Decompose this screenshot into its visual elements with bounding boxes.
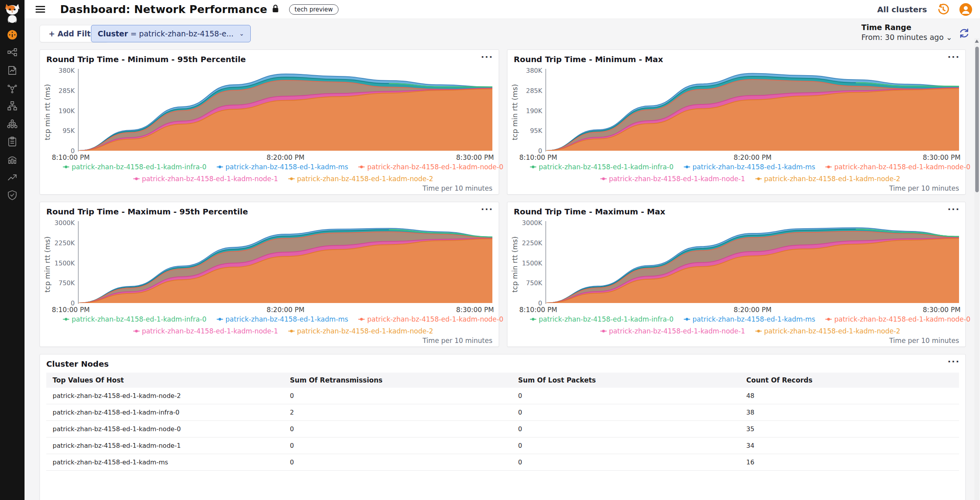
legend-label: patrick-zhan-bz-4158-ed-1-kadm-node-0 [367,315,503,323]
legend-item[interactable]: patrick-zhan-bz-4158-ed-1-kadm-ms [684,163,815,171]
history-icon[interactable] [937,4,949,15]
table-cell: 16 [740,454,959,471]
table-row[interactable]: patrick-zhan-bz-4158-ed-1-kadm-node-1003… [46,438,959,454]
user-avatar[interactable] [959,3,972,16]
panel-title: Cluster Nodes [46,359,109,369]
table-column-header: Top Values Of Host [46,373,284,388]
x-tick-label: 8:30:00 PM [923,153,961,161]
legend-item[interactable]: patrick-zhan-bz-4158-ed-1-kadm-node-2 [288,175,433,183]
table-row[interactable]: patrick-zhan-bz-4158-ed-1-kadm-node-2004… [46,388,959,404]
legend-item[interactable]: patrick-zhan-bz-4158-ed-1-kadm-node-0 [358,163,503,171]
legend-label: patrick-zhan-bz-4158-ed-1-kadm-infra-0 [539,315,674,323]
y-tick-label: 380K [50,67,75,74]
x-tick-label: 8:20:00 PM [734,153,772,161]
x-tick-label: 8:30:00 PM [456,153,494,161]
table-cell: 0 [512,421,740,438]
legend-item[interactable]: patrick-zhan-bz-4158-ed-1-kadm-infra-0 [530,315,674,323]
table-header-row: Top Values Of HostSum Of Retransmissions… [46,373,959,388]
chart-plot-area[interactable] [79,70,492,151]
panel-title: Round Trip Time - Maximum - Max [514,207,665,216]
legend-marker-icon [530,317,536,322]
legend-item[interactable]: patrick-zhan-bz-4158-ed-1-kadm-ms [684,315,815,323]
chart-footer: Time per 10 minutes [889,184,959,192]
time-range-from[interactable]: From: 30 minutes ago ⌄ [861,33,952,42]
clipboard-icon[interactable] [7,136,18,147]
panel-options-icon[interactable]: ... [481,50,493,60]
scroll-up-arrow-icon[interactable] [975,40,979,43]
panel-options-icon[interactable]: ... [948,354,960,364]
legend-item[interactable]: patrick-zhan-bz-4158-ed-1-kadm-infra-0 [530,163,674,171]
y-tick-label: 285K [518,87,542,94]
table-cell: 35 [740,421,959,438]
legend-label: patrick-zhan-bz-4158-ed-1-kadm-node-0 [367,163,503,171]
x-tick-label: 8:20:00 PM [267,306,305,314]
table-row[interactable]: patrick-zhan-bz-4158-ed-1-kadm-node-0003… [46,421,959,438]
table-cell: 0 [512,388,740,404]
legend-item[interactable]: patrick-zhan-bz-4158-ed-1-kadm-ms [217,163,348,171]
trend-icon[interactable] [7,172,18,183]
legend-marker-icon [684,317,690,322]
y-tick-label: 380K [518,67,542,74]
legend-item[interactable]: patrick-zhan-bz-4158-ed-1-kadm-node-1 [133,175,278,183]
chart-legend-row: patrick-zhan-bz-4158-ed-1-kadm-node-1pat… [543,327,957,335]
sitemap-icon[interactable] [7,100,18,112]
y-tick-label: 750K [50,279,75,287]
legend-item[interactable]: patrick-zhan-bz-4158-ed-1-kadm-node-0 [825,315,970,323]
report-edit-icon[interactable] [7,65,18,76]
chart-legend-row: patrick-zhan-bz-4158-ed-1-kadm-node-1pat… [76,175,491,183]
chart-plot-area[interactable] [79,222,492,303]
table-cell: 0 [284,388,512,404]
table-row[interactable]: patrick-zhan-bz-4158-ed-1-kadm-ms0016 [46,454,959,471]
legend-marker-icon [600,176,607,181]
x-tick-label: 8:30:00 PM [923,306,961,314]
table-cell: 2 [284,404,512,421]
legend-label: patrick-zhan-bz-4158-ed-1-kadm-node-1 [142,175,278,183]
all-clusters-select[interactable]: All clusters [877,5,927,14]
table-cell: 48 [740,388,959,404]
legend-label: patrick-zhan-bz-4158-ed-1-kadm-infra-0 [539,163,674,171]
chart-plot-area[interactable] [546,70,959,151]
legend-item[interactable]: patrick-zhan-bz-4158-ed-1-kadm-node-0 [825,163,970,171]
cat-logo[interactable] [3,3,21,24]
menu-icon[interactable] [36,6,45,13]
panel-title: Round Trip Time - Maximum - 95th Percent… [46,207,248,216]
vertical-scrollbar-thumb[interactable] [975,47,979,192]
filter-row: + Add Filter Cluster = patrick-zhan-bz-4… [25,19,980,48]
table-row[interactable]: patrick-zhan-bz-4158-ed-1-kadm-infra-020… [46,404,959,421]
cluster-nodes-icon[interactable] [7,118,18,129]
cluster-filter-pill[interactable]: Cluster = patrick-zhan-bz-4158-e...⌄ [91,25,251,42]
table-cell: 0 [284,438,512,454]
panel-options-icon[interactable]: ... [948,50,960,60]
legend-label: patrick-zhan-bz-4158-ed-1-kadm-node-2 [764,175,900,183]
legend-item[interactable]: patrick-zhan-bz-4158-ed-1-kadm-node-1 [600,327,745,335]
panel-title: Round Trip Time - Minimum - 95th Percent… [46,55,246,64]
x-tick-label: 8:20:00 PM [734,306,772,314]
service-graph-icon[interactable] [7,83,18,94]
chart-plot-area[interactable] [546,222,959,303]
legend-item[interactable]: patrick-zhan-bz-4158-ed-1-kadm-node-2 [755,175,900,183]
legend-label: patrick-zhan-bz-4158-ed-1-kadm-infra-0 [72,163,206,171]
table-column-header: Sum Of Retransmissions [284,373,512,388]
legend-marker-icon [755,329,762,333]
panel-options-icon[interactable]: ... [948,202,960,212]
legend-item[interactable]: patrick-zhan-bz-4158-ed-1-kadm-node-1 [600,175,745,183]
table-cell: patrick-zhan-bz-4158-ed-1-kadm-ms [46,454,284,471]
legend-item[interactable]: patrick-zhan-bz-4158-ed-1-kadm-node-2 [755,327,900,335]
dashboard-gauge-icon[interactable] [7,29,18,40]
left-sidebar [0,0,25,500]
analytics-icon[interactable] [7,154,18,165]
legend-item[interactable]: patrick-zhan-bz-4158-ed-1-kadm-ms [217,315,348,323]
cluster-nodes-table: Top Values Of HostSum Of Retransmissions… [46,373,959,471]
y-tick-label: 750K [518,279,542,287]
shield-check-icon[interactable] [7,189,18,201]
table-cell: 0 [512,438,740,454]
panel-options-icon[interactable]: ... [481,202,493,212]
x-tick-label: 8:10:00 PM [519,306,557,314]
topology-icon[interactable] [7,47,18,58]
legend-item[interactable]: patrick-zhan-bz-4158-ed-1-kadm-node-2 [288,327,433,335]
legend-item[interactable]: patrick-zhan-bz-4158-ed-1-kadm-node-1 [133,327,278,335]
legend-item[interactable]: patrick-zhan-bz-4158-ed-1-kadm-infra-0 [63,163,206,171]
refresh-icon[interactable] [959,28,970,39]
legend-item[interactable]: patrick-zhan-bz-4158-ed-1-kadm-node-0 [358,315,503,323]
legend-item[interactable]: patrick-zhan-bz-4158-ed-1-kadm-infra-0 [63,315,206,323]
